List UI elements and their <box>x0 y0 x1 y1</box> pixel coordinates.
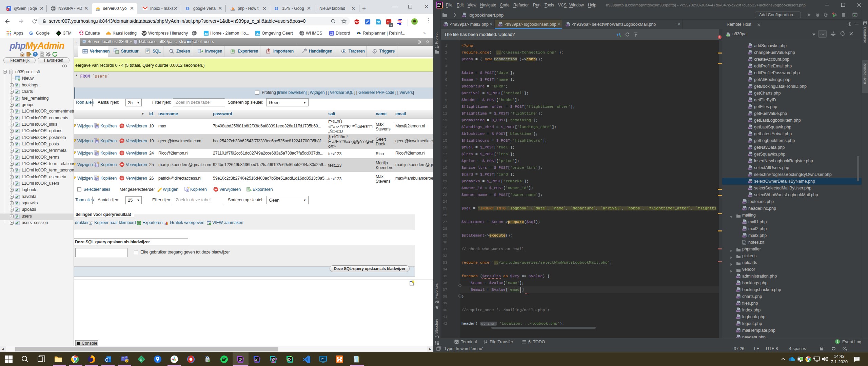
svg-text:PHP: PHP <box>444 24 448 26</box>
svg-text:G: G <box>29 30 33 36</box>
svg-text:PHP: PHP <box>737 297 741 298</box>
svg-text:PHP: PHP <box>566 24 570 26</box>
svg-text:PHP: PHP <box>749 154 752 156</box>
svg-text:FTP: FTP <box>727 35 730 36</box>
svg-text:G: G <box>275 6 278 11</box>
svg-text:PHP: PHP <box>743 222 747 224</box>
svg-text:PHP: PHP <box>743 202 747 203</box>
svg-text:PHP: PHP <box>737 324 741 325</box>
svg-text:PHP: PHP <box>737 283 741 285</box>
svg-text:PHP: PHP <box>749 134 752 136</box>
svg-text:PHP: PHP <box>737 330 741 332</box>
svg-text:PHP: PHP <box>749 195 752 197</box>
svg-text:PHP: PHP <box>749 80 752 81</box>
svg-text:DG: DG <box>272 358 275 360</box>
svg-text:PHP: PHP <box>749 86 752 88</box>
svg-text:PHP: PHP <box>749 120 752 122</box>
svg-text:PHP: PHP <box>743 236 747 237</box>
svg-text:PHP: PHP <box>749 188 752 190</box>
svg-text:PHP: PHP <box>749 100 752 102</box>
svg-text:PHP: PHP <box>749 107 752 108</box>
svg-text:PHP: PHP <box>462 15 466 17</box>
svg-text:PHP: PHP <box>749 93 752 95</box>
svg-text:PHP: PHP <box>749 168 752 169</box>
svg-text:PHP: PHP <box>737 310 741 312</box>
svg-text:ABP: ABP <box>355 21 359 23</box>
svg-text:PHP: PHP <box>749 161 752 163</box>
svg-text:PHP: PHP <box>749 127 752 129</box>
svg-text:PMA: PMA <box>96 9 100 11</box>
svg-text:PHP: PHP <box>749 114 752 115</box>
svg-text:PHP: PHP <box>749 147 752 149</box>
svg-text:PHP: PHP <box>749 66 752 68</box>
svg-text:PHP: PHP <box>737 317 741 319</box>
svg-text:S: S <box>140 358 142 361</box>
svg-text:PHP: PHP <box>749 175 752 176</box>
svg-text:3F: 3F <box>57 33 60 35</box>
svg-text:PHP: PHP <box>749 141 752 142</box>
svg-text:?: ? <box>34 53 36 56</box>
svg-text:PHP: PHP <box>737 276 741 278</box>
svg-text:PHP: PHP <box>499 24 502 26</box>
svg-text:PHP: PHP <box>749 59 752 61</box>
svg-text:PS: PS <box>239 358 242 360</box>
svg-text:PHP: PHP <box>749 181 752 183</box>
svg-text:IJ: IJ <box>256 358 258 360</box>
svg-text:PHP: PHP <box>737 290 741 291</box>
svg-text:PHP: PHP <box>737 303 741 305</box>
svg-text:T: T <box>122 357 124 361</box>
svg-text:PHP: PHP <box>749 46 752 47</box>
svg-text:PHP: PHP <box>743 208 747 210</box>
svg-text:PC: PC <box>288 358 292 360</box>
svg-text:G: G <box>186 6 190 11</box>
svg-text:PHP: PHP <box>749 73 752 75</box>
svg-text:E: E <box>321 357 323 361</box>
svg-text:PHP: PHP <box>749 53 752 54</box>
svg-text:FI: FI <box>376 21 379 24</box>
svg-text:PHP: PHP <box>743 229 747 230</box>
